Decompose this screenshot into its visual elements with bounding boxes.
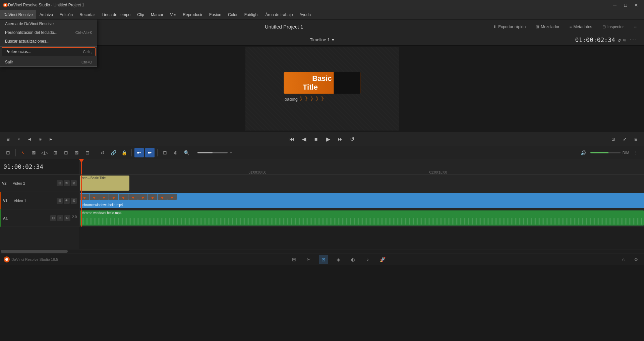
minimize-button[interactable]: ─ [610, 0, 620, 10]
slip-tool[interactable]: ⊟ [61, 148, 71, 157]
menu-fusion[interactable]: Fusion [206, 10, 225, 19]
preview-content: Basic Title loading 》》》》》 [284, 72, 360, 102]
exportar-rapido-button[interactable]: ⬆ Exportar rápido [490, 23, 529, 31]
menu-area-trabajo[interactable]: Área de trabajo [262, 10, 296, 19]
fusion-page-button[interactable]: ◈ [334, 255, 343, 264]
dropdown-chevron-button[interactable]: ▾ [14, 135, 23, 144]
blade-tool[interactable]: ⊞ [51, 148, 60, 157]
playhead[interactable] [81, 159, 82, 174]
menu-archivo[interactable]: Archivo [36, 10, 56, 19]
inspector-button[interactable]: ⊟ Inspector [599, 23, 627, 31]
menu-reproducir[interactable]: Reproducir [179, 10, 206, 19]
preview-window: Basic Title loading 》》》》》 [245, 47, 399, 131]
menu-marcar[interactable]: Marcar [148, 10, 167, 19]
nav-marker-button[interactable]: ◉ [36, 135, 45, 144]
more-edit-options[interactable]: ⋮ [631, 148, 641, 157]
menu-clip[interactable]: Clip [134, 10, 148, 19]
a1-m-button[interactable]: M [64, 215, 70, 221]
track-lane-v1[interactable]: chrome windows hello.mp4 [79, 192, 644, 209]
v1-lock-button[interactable]: ⊟ [57, 198, 63, 204]
dual-screen-button[interactable]: ⊞ [631, 135, 641, 144]
thumb-4 [109, 194, 118, 200]
menu-linea-tiempo[interactable]: Línea de tiempo [98, 10, 134, 19]
v2-track-icons: ⊟ 👁 ⊠ [57, 180, 77, 186]
slide-tool[interactable]: ⊠ [72, 148, 81, 157]
a1-s-button[interactable]: S [57, 215, 63, 221]
v1-clip[interactable]: chrome windows hello.mp4 [80, 193, 644, 208]
title-bar: DaVinci Resolve Studio - Untitled Projec… [0, 0, 644, 10]
menu-color[interactable]: Color [225, 10, 241, 19]
fairlight-page-button[interactable]: ♪ [363, 255, 372, 264]
dropdown-buscar[interactable]: Buscar actualizaciones... [0, 37, 97, 46]
edit-page-button[interactable]: ⊡ [319, 255, 328, 264]
menu-ayuda[interactable]: Ayuda [296, 10, 314, 19]
track-lane-a1[interactable]: chrome windows hello.mp4 [79, 209, 644, 227]
roll-tool[interactable]: ⊡ [83, 148, 92, 157]
fullscreen-button[interactable]: ⤢ [620, 135, 629, 144]
link-button[interactable]: 🔗 [109, 148, 118, 157]
v2-eye-button[interactable]: 👁 [64, 180, 70, 186]
playback-right-controls: ⊡ ⤢ ⊞ [605, 135, 644, 144]
maximize-button[interactable]: □ [621, 0, 631, 10]
settings-button[interactable]: ⚙ [631, 255, 641, 264]
svg-point-1 [4, 4, 6, 6]
skip-to-end-button[interactable]: ⏭ [336, 135, 345, 144]
a1-track-icons: ⊟ S M 2.0 [50, 215, 77, 221]
dynamic-trim-tool[interactable]: ◁▷ [40, 148, 49, 157]
dropdown-salir[interactable]: Salir Ctrl+Q [0, 58, 97, 66]
select-tool[interactable]: ↖ [18, 148, 28, 157]
volume-slider[interactable] [590, 152, 621, 153]
zoom-level-button[interactable]: 🔍 [182, 148, 191, 157]
metadatos-button[interactable]: ≡ Metadatos [566, 23, 596, 31]
step-back-button[interactable]: ◀ [299, 135, 309, 144]
v2-lock-button[interactable]: ⊟ [57, 180, 63, 186]
play-button[interactable]: ▶ [324, 135, 333, 144]
track-height-button[interactable]: ⊟ [160, 148, 170, 157]
more-options-button[interactable]: ··· [631, 23, 641, 31]
menu-ver[interactable]: Ver [167, 10, 179, 19]
fit-screen-button[interactable]: ⊡ [608, 135, 618, 144]
loop-button[interactable]: ↺ [348, 135, 357, 144]
a1-clip[interactable]: chrome windows hello.mp4 [80, 210, 644, 226]
sync-icon: ↺ [618, 37, 621, 43]
menu-fairlight[interactable]: Fairlight [241, 10, 262, 19]
scrollbar-thumb[interactable] [1, 250, 68, 253]
volume-icon[interactable]: 🔊 [579, 148, 588, 157]
mezclador-button[interactable]: ⊞ Mezclador [532, 23, 563, 31]
color-page-button[interactable]: ◐ [348, 255, 358, 264]
a1-lock-button[interactable]: ⊟ [50, 215, 56, 221]
close-button[interactable]: ✕ [631, 0, 641, 10]
dropdown-personalizacion[interactable]: Personalización del teclado... Ctrl+Alt+… [0, 28, 97, 37]
dropdown-preferencias[interactable]: Preferencias... Ctrl+, [2, 47, 96, 56]
nav-back-button[interactable]: ◀ [25, 135, 34, 144]
snap-blue2-button[interactable]: ■▾ [145, 148, 155, 157]
timeline-content[interactable]: 01:00:08:00 01:00:16:00 exto - Basic Tit… [79, 159, 644, 249]
stop-button[interactable]: ■ [311, 135, 321, 144]
snap-blue-button[interactable]: ■▾ [134, 148, 144, 157]
media-page-button[interactable]: ⊟ [289, 255, 299, 264]
camera-button[interactable]: ⊟ [3, 148, 13, 157]
layout-mode-button[interactable]: ⊟ [3, 135, 13, 144]
menu-davinci-resolve[interactable]: DaVinci Resolve [0, 10, 36, 19]
skip-to-start-button[interactable]: ⏮ [287, 135, 297, 144]
dropdown-acerca[interactable]: Acerca de DaVinci Resolve [0, 19, 97, 28]
v1-color-button[interactable]: ⊠ [71, 198, 77, 204]
cut-page-button[interactable]: ✂ [304, 255, 313, 264]
curve-tool[interactable]: ↺ [98, 148, 107, 157]
v2-color-button[interactable]: ⊠ [71, 180, 77, 186]
lock-button[interactable]: 🔒 [119, 148, 129, 157]
trim-tool[interactable]: ⊠ [29, 148, 39, 157]
deliver-page-button[interactable]: 🚀 [378, 255, 387, 264]
zoom-in-button[interactable]: ⊕ [171, 148, 180, 157]
dim-label: DIM [623, 151, 629, 155]
track-lane-v2[interactable]: exto - Basic Title [79, 175, 644, 192]
menu-edicion[interactable]: Edición [56, 10, 76, 19]
home-button[interactable]: ⌂ [619, 255, 628, 264]
v2-clip[interactable]: exto - Basic Title [80, 176, 129, 191]
menu-recortar[interactable]: Recortar [76, 10, 98, 19]
v1-eye-button[interactable]: 👁 [64, 198, 70, 204]
timeline-name-dropdown[interactable]: Timeline 1 ▾ [310, 37, 334, 42]
nav-forward-button[interactable]: ▶ [46, 135, 56, 144]
zoom-slider[interactable] [197, 152, 228, 153]
timeline-scrollbar[interactable] [0, 249, 644, 253]
